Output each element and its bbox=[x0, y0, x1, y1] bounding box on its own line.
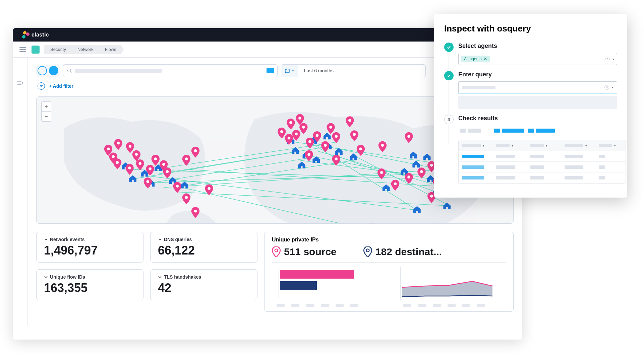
chevron-down-icon bbox=[158, 237, 162, 241]
menu-toggle-icon[interactable] bbox=[19, 47, 26, 52]
chevron-down-icon bbox=[291, 69, 295, 72]
step-check-results: 3 Check results ▾ ▾ ▾ ▾ ▾ bbox=[444, 115, 617, 184]
svg-point-42 bbox=[295, 133, 298, 136]
breadcrumb-flows[interactable]: Flows bbox=[99, 45, 121, 54]
svg-point-46 bbox=[324, 144, 327, 147]
step-done-icon bbox=[444, 43, 454, 52]
breadcrumb-security[interactable]: Security bbox=[44, 45, 71, 54]
svg-point-56 bbox=[380, 171, 383, 174]
location-pin-icon bbox=[363, 246, 372, 257]
metric-source: 511 source bbox=[272, 246, 337, 258]
search-icon bbox=[67, 68, 72, 73]
chevron-down-icon bbox=[158, 275, 162, 279]
svg-point-34 bbox=[146, 180, 149, 183]
brand-name: elastic bbox=[32, 32, 49, 38]
calendar-icon[interactable] bbox=[281, 65, 298, 77]
filter-options-icon[interactable] bbox=[38, 82, 45, 90]
table-row[interactable] bbox=[459, 162, 626, 172]
svg-point-31 bbox=[154, 157, 157, 160]
mode-lucene-button[interactable] bbox=[49, 66, 58, 75]
agents-combobox[interactable]: All agents✕ ✕ ▾ bbox=[458, 53, 617, 65]
zoom-out-button[interactable]: − bbox=[41, 112, 51, 122]
mode-kql-button[interactable] bbox=[38, 66, 47, 75]
metric-source-text: 511 source bbox=[284, 246, 337, 258]
column-header[interactable]: ▾ bbox=[565, 144, 595, 147]
stat-value: 66,122 bbox=[158, 243, 250, 258]
svg-point-49 bbox=[359, 147, 362, 150]
remove-tag-icon[interactable]: ✕ bbox=[484, 57, 487, 61]
saved-query-select[interactable]: ✕ ▾ bbox=[458, 81, 617, 93]
column-header[interactable]: ▾ bbox=[599, 144, 622, 147]
add-filter-button[interactable]: + Add filter bbox=[49, 83, 73, 89]
svg-point-69 bbox=[381, 144, 384, 147]
stat-unique-flow-ids[interactable]: Unique flow IDs 163,355 bbox=[36, 269, 143, 300]
svg-point-47 bbox=[335, 135, 338, 138]
stat-label: Network events bbox=[50, 237, 84, 242]
brand-logo[interactable]: elastic bbox=[22, 31, 49, 39]
svg-point-29 bbox=[138, 162, 141, 165]
clear-field-icon[interactable]: ✕ bbox=[605, 57, 610, 61]
metric-destination: 182 destinat... bbox=[363, 246, 442, 258]
svg-point-33 bbox=[166, 170, 169, 173]
step-enter-query: Enter query ✕ ▾ bbox=[444, 71, 617, 109]
step-label: Check results bbox=[458, 115, 626, 122]
location-pin-icon bbox=[272, 246, 281, 257]
chevron-down-icon bbox=[44, 275, 48, 279]
step-label: Enter query bbox=[458, 71, 617, 78]
stat-value: 1,496,797 bbox=[44, 243, 136, 258]
zoom-in-button[interactable]: + bbox=[41, 101, 51, 112]
date-range-picker[interactable]: Last 6 months bbox=[281, 64, 426, 77]
svg-marker-76 bbox=[402, 281, 492, 297]
svg-point-66 bbox=[430, 195, 433, 198]
chevron-down-icon[interactable]: ▾ bbox=[612, 85, 613, 89]
step-label: Select agents bbox=[458, 43, 617, 50]
chevron-down-icon[interactable]: ▾ bbox=[612, 57, 614, 61]
table-row[interactable] bbox=[459, 151, 626, 162]
search-submit-icon[interactable] bbox=[267, 68, 274, 73]
svg-point-73 bbox=[185, 196, 188, 199]
step-done-icon bbox=[444, 71, 454, 80]
svg-point-35 bbox=[176, 185, 179, 188]
agent-tag[interactable]: All agents✕ bbox=[461, 56, 490, 62]
clear-field-icon[interactable]: ✕ bbox=[604, 85, 609, 90]
side-rail bbox=[13, 58, 27, 325]
svg-point-1 bbox=[68, 69, 71, 72]
results-table: ▾ ▾ ▾ ▾ ▾ bbox=[458, 140, 626, 184]
svg-point-44 bbox=[308, 140, 311, 143]
search-input[interactable] bbox=[63, 64, 278, 77]
destination-area-chart bbox=[399, 267, 496, 307]
svg-point-74 bbox=[275, 249, 278, 252]
svg-point-58 bbox=[407, 175, 410, 178]
expand-rail-icon[interactable] bbox=[17, 81, 23, 85]
svg-point-55 bbox=[298, 117, 301, 120]
svg-point-70 bbox=[407, 135, 410, 138]
stat-network-events[interactable]: Network events 1,496,797 bbox=[36, 232, 143, 263]
svg-point-25 bbox=[112, 155, 115, 158]
results-summary-row bbox=[458, 125, 626, 136]
svg-point-57 bbox=[394, 183, 397, 186]
svg-point-48 bbox=[353, 133, 356, 136]
svg-point-36 bbox=[185, 157, 188, 160]
query-placeholder bbox=[462, 86, 495, 89]
svg-point-40 bbox=[280, 130, 283, 133]
svg-point-41 bbox=[288, 137, 291, 140]
table-row[interactable] bbox=[459, 172, 626, 183]
column-header[interactable]: ▾ bbox=[462, 144, 492, 147]
svg-point-28 bbox=[135, 153, 138, 156]
chevron-down-icon bbox=[44, 237, 48, 241]
svg-point-50 bbox=[335, 157, 338, 160]
query-textarea[interactable] bbox=[458, 96, 617, 109]
column-header[interactable]: ▾ bbox=[530, 144, 561, 147]
breadcrumb-network[interactable]: Network bbox=[71, 45, 98, 54]
filter-mode-group bbox=[36, 65, 60, 77]
svg-point-53 bbox=[289, 121, 292, 124]
svg-point-39 bbox=[129, 145, 132, 148]
stat-label: TLS handshakes bbox=[164, 274, 201, 280]
stat-dns-queries[interactable]: DNS queries 66,122 bbox=[150, 232, 257, 263]
svg-point-72 bbox=[208, 187, 211, 190]
app-switcher-icon[interactable] bbox=[32, 46, 40, 54]
stat-tls-handshakes[interactable]: TLS handshakes 42 bbox=[150, 269, 257, 300]
column-header[interactable]: ▾ bbox=[496, 144, 526, 147]
svg-point-24 bbox=[107, 147, 110, 150]
svg-point-37 bbox=[194, 149, 197, 152]
